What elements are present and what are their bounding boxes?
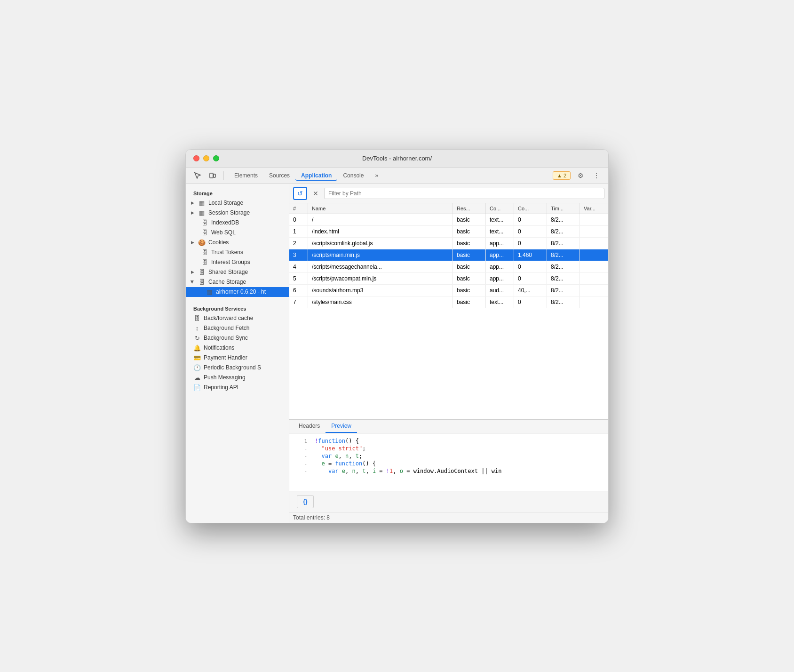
warning-badge[interactable]: ▲ 2 [553, 171, 571, 180]
sidebar-item-push-messaging[interactable]: ☁ Push Messaging [186, 373, 289, 383]
close-button[interactable] [193, 155, 199, 161]
table-row[interactable]: 4 /scripts/messagechannela... basic app.… [289, 261, 608, 273]
bg-services-label: Background Services [186, 303, 289, 313]
settings-icon[interactable]: ⚙ [574, 170, 587, 181]
refresh-button[interactable]: ↺ [293, 187, 307, 200]
table-row[interactable]: 2 /scripts/comlink.global.js basic app..… [289, 238, 608, 249]
line-num-5: - [293, 468, 307, 474]
total-entries: Total entries: 8 [293, 514, 330, 521]
td-num: 7 [289, 296, 308, 308]
td-time: 8/2... [547, 238, 580, 249]
sidebar-item-interest-groups[interactable]: 🗄 Interest Groups [186, 257, 289, 267]
cookies-icon: 🍪 [198, 239, 206, 246]
shared-storage-icon: 🗄 [198, 269, 206, 276]
inspect-icon[interactable] [191, 170, 204, 181]
filter-input[interactable] [324, 188, 604, 199]
td-name: /styles/main.css [308, 296, 453, 308]
format-button[interactable]: {} [297, 495, 314, 508]
sidebar-item-bg-sync[interactable]: ↻ Background Sync [186, 333, 289, 343]
sidebar-item-cache-child[interactable]: ▦ airhorner-0.6.20 - ht [186, 287, 289, 297]
maximize-button[interactable] [213, 155, 219, 161]
data-table: # Name Res... Co... Co... Tim... Var... … [289, 203, 608, 419]
sidebar-item-indexeddb[interactable]: 🗄 IndexedDB [186, 218, 289, 228]
tab-headers[interactable]: Headers [293, 420, 326, 433]
td-num: 0 [289, 214, 308, 225]
td-time: 8/2... [547, 296, 580, 308]
td-response: basic [453, 214, 486, 225]
table-row[interactable]: 0 / basic text... 0 8/2... [289, 214, 608, 226]
td-content-type: app... [486, 261, 514, 272]
sidebar-item-notifications[interactable]: 🔔 Notifications [186, 343, 289, 353]
sidebar-item-payment-handler[interactable]: 💳 Payment Handler [186, 353, 289, 363]
td-name: /scripts/comlink.global.js [308, 238, 453, 249]
table-row[interactable]: 5 /scripts/pwacompat.min.js basic app...… [289, 273, 608, 285]
sidebar-item-shared-storage[interactable]: ▶ 🗄 Shared Storage [186, 267, 289, 277]
col-response: Res... [453, 203, 486, 214]
line-num-1: 1 [293, 438, 307, 444]
sidebar-item-periodic-bg[interactable]: 🕐 Periodic Background S [186, 363, 289, 373]
bg-sync-icon: ↻ [193, 335, 201, 342]
tab-application[interactable]: Application [295, 170, 337, 181]
local-storage-icon: ▦ [198, 200, 206, 207]
sidebar-item-local-storage[interactable]: ▶ ▦ Local Storage [186, 198, 289, 208]
td-vary [580, 261, 608, 272]
td-content-len: 40,... [514, 285, 547, 296]
td-content-len: 0 [514, 226, 547, 237]
td-name: /scripts/messagechannela... [308, 261, 453, 272]
td-name: /scripts/pwacompat.min.js [308, 273, 453, 284]
sidebar-item-trust-tokens[interactable]: 🗄 Trust Tokens [186, 248, 289, 257]
traffic-lights [193, 155, 219, 161]
td-time: 8/2... [547, 261, 580, 272]
bottom-toolbar: {} [289, 491, 608, 512]
tab-elements[interactable]: Elements [229, 170, 263, 181]
table-row[interactable]: 1 /index.html basic text... 0 8/2... [289, 226, 608, 238]
sidebar-item-session-storage[interactable]: ▶ ▦ Session Storage [186, 208, 289, 218]
sidebar: Storage ▶ ▦ Local Storage ▶ ▦ Session St… [186, 184, 289, 523]
device-icon[interactable] [206, 170, 219, 181]
cache-child-icon: ▦ [206, 288, 213, 296]
td-num: 1 [289, 226, 308, 237]
sidebar-item-reporting-api[interactable]: 📄 Reporting API [186, 383, 289, 392]
sidebar-item-bg-fetch[interactable]: ↕ Background Fetch [186, 323, 289, 333]
sidebar-item-back-forward[interactable]: 🗄 Back/forward cache [186, 313, 289, 323]
tab-more[interactable]: » [369, 170, 384, 181]
td-name: / [308, 214, 453, 225]
push-messaging-label: Push Messaging [204, 374, 246, 381]
titlebar: DevTools - airhorner.com/ [186, 150, 608, 168]
devtools-window: DevTools - airhorner.com/ Elements Sourc… [185, 149, 609, 523]
session-storage-label: Session Storage [208, 209, 250, 216]
back-forward-icon: 🗄 [193, 315, 201, 322]
periodic-bg-icon: 🕐 [193, 364, 201, 371]
bg-fetch-icon: ↕ [193, 325, 201, 332]
interest-groups-icon: 🗄 [201, 259, 208, 266]
tab-console[interactable]: Console [337, 170, 369, 181]
table-row[interactable]: 3 /scripts/main.min.js basic app... 1,46… [289, 249, 608, 261]
td-time: 8/2... [547, 214, 580, 225]
tab-sources[interactable]: Sources [263, 170, 295, 181]
expand-arrow-session-storage: ▶ [190, 210, 195, 216]
trust-tokens-icon: 🗄 [201, 249, 208, 256]
more-options-icon[interactable]: ⋮ [590, 170, 603, 181]
td-num: 5 [289, 273, 308, 284]
code-line-4: - e = function() { [289, 460, 608, 467]
clear-button[interactable]: ✕ [310, 188, 321, 199]
td-content-len: 0 [514, 273, 547, 284]
sidebar-item-web-sql[interactable]: 🗄 Web SQL [186, 228, 289, 238]
web-sql-label: Web SQL [211, 229, 236, 236]
reporting-api-icon: 📄 [193, 384, 201, 391]
col-vary: Var... [580, 203, 608, 214]
sidebar-item-cookies[interactable]: ▶ 🍪 Cookies [186, 238, 289, 248]
table-row[interactable]: 7 /styles/main.css basic text... 0 8/2..… [289, 296, 608, 308]
sidebar-item-cache-storage[interactable]: ▶ 🗄 Cache Storage [186, 277, 289, 287]
cache-child-label: airhorner-0.6.20 - ht [216, 288, 266, 295]
svg-rect-0 [210, 173, 213, 178]
code-content-4: e = function() { [315, 460, 604, 467]
table-row[interactable]: 6 /sounds/airhorn.mp3 basic aud... 40,..… [289, 285, 608, 296]
minimize-button[interactable] [203, 155, 209, 161]
tab-preview[interactable]: Preview [326, 420, 357, 433]
td-num: 4 [289, 261, 308, 272]
divider [186, 300, 289, 300]
right-panel: ↺ ✕ # Name Res... Co... Co... Tim... Var… [289, 184, 608, 523]
code-area: 1 !function() { - "use strict"; - var e,… [289, 433, 608, 491]
td-num: 2 [289, 238, 308, 249]
